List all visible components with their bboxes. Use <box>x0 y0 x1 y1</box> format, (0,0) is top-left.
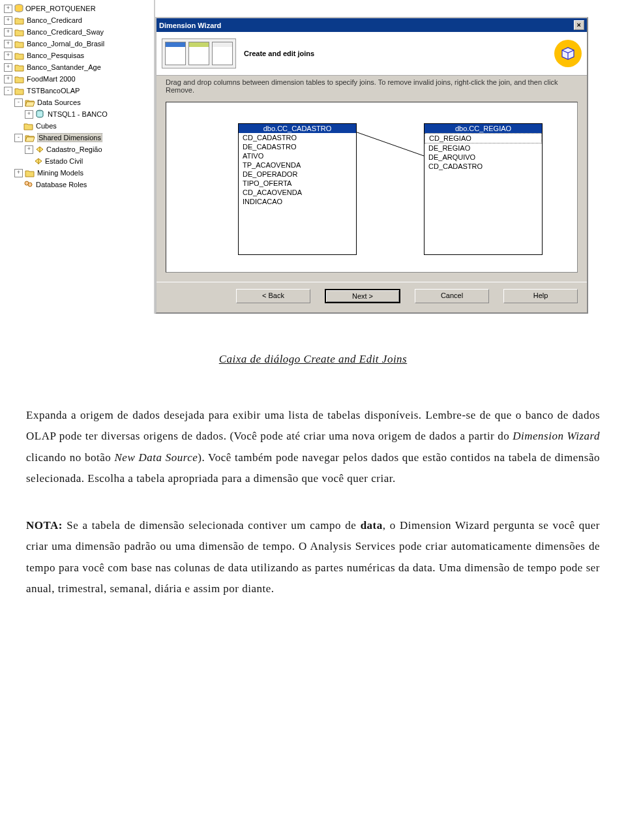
folder-icon <box>23 122 34 130</box>
tree-item[interactable]: -Data Sources <box>4 97 154 108</box>
cancel-button[interactable]: Cancel <box>415 289 489 303</box>
table-column[interactable]: CD_CADASTRO <box>239 133 356 142</box>
tree-item[interactable]: +Mining Models <box>4 167 154 179</box>
folder-icon <box>25 169 35 177</box>
tree-panel: +OPER_ROTQUENER+Banco_Credicard+Banco_Cr… <box>0 0 155 314</box>
figure-caption: Caixa de diálogo Create and Edit Joins <box>26 353 600 366</box>
folder-icon <box>14 75 25 83</box>
expander-icon[interactable]: + <box>25 110 33 119</box>
tree-item[interactable]: Estado Civil <box>4 155 154 167</box>
tree-item[interactable]: -TSTBancoOLAP <box>4 85 154 97</box>
tree-item-label: Mining Models <box>37 169 83 177</box>
tree-item-label: Shared Dimensions <box>37 133 102 142</box>
tree-item[interactable]: +Banco_Santander_Age <box>4 61 154 73</box>
table-column[interactable]: TP_ACAOVENDA <box>239 160 356 170</box>
expander-icon[interactable]: + <box>4 63 12 72</box>
dimension-wizard-dialog: Dimension Wizard × Create and edit joins… <box>155 17 588 314</box>
close-button[interactable]: × <box>574 20 584 30</box>
folder-icon <box>14 40 25 48</box>
tree-item-label: TSTBancoOLAP <box>27 87 80 95</box>
app-area: +OPER_ROTQUENER+Banco_Credicard+Banco_Cr… <box>0 0 626 314</box>
wizard-heading: Create and edit joins <box>244 50 546 57</box>
table-column[interactable]: INDICACAO <box>239 197 356 206</box>
back-button[interactable]: < Back <box>236 289 310 303</box>
folder-open-icon <box>25 134 35 142</box>
tree-item[interactable]: +Banco_Credicard <box>4 14 154 26</box>
table-column[interactable]: DE_ARQUIVO <box>425 153 542 162</box>
table-column[interactable]: CD_REGIAO <box>425 133 542 143</box>
tree-item-label: NTSQL1 - BANCO <box>48 110 108 118</box>
dialog-titlebar: Dimension Wizard × <box>156 18 587 32</box>
svg-point-5 <box>28 183 32 187</box>
table-header: dbo.CC_REGIAO <box>425 124 542 133</box>
folder-icon <box>14 28 25 37</box>
expander-icon[interactable]: + <box>4 28 12 37</box>
tree-item[interactable]: +NTSQL1 - BANCO <box>4 108 154 120</box>
tree-item-label: Data Sources <box>37 98 81 106</box>
expander-icon[interactable]: + <box>4 52 12 60</box>
dialog-title: Dimension Wizard <box>159 22 221 29</box>
tree-item-label: Banco_Santander_Age <box>27 63 101 71</box>
tree-item[interactable]: -Shared Dimensions <box>4 132 154 143</box>
table-box-cadastro[interactable]: dbo.CC_CADASTRO CD_CADASTRODE_CADASTROAT… <box>238 123 357 255</box>
tree-item-label: Database Roles <box>36 181 87 188</box>
folder-icon <box>14 63 25 72</box>
dim-icon <box>35 145 44 154</box>
paragraph-1: Expanda a origem de dados desejada para … <box>26 405 600 489</box>
table-column[interactable]: DE_CADASTRO <box>239 142 356 151</box>
help-button[interactable]: Help <box>503 289 578 303</box>
expander-icon[interactable]: - <box>4 87 12 95</box>
db-icon <box>35 110 46 119</box>
wizard-header: Create and edit joins <box>156 32 587 76</box>
document-body: Caixa de diálogo Create and Edit Joins E… <box>0 314 626 632</box>
folder-open-icon <box>25 98 35 107</box>
table-column[interactable]: DE_REGIAO <box>425 143 542 153</box>
tree-item-label: Banco_Jornal_do_Brasil <box>27 40 104 48</box>
dim-icon <box>34 157 43 166</box>
roles-icon <box>23 180 34 189</box>
tree-item-label: Banco_Pesquisas <box>27 52 84 59</box>
wizard-diagram-icon <box>162 38 236 68</box>
tree-item[interactable]: +FoodMart 2000 <box>4 73 154 85</box>
tree-item[interactable]: Database Roles <box>4 179 154 190</box>
tree-item-label: Banco_Credicard_Sway <box>27 28 104 36</box>
tree-item[interactable]: +Cadastro_Região <box>4 143 154 155</box>
wizard-description: Drag and drop columns between dimension … <box>156 76 587 97</box>
tree-item-label: OPER_ROTQUENER <box>25 5 96 12</box>
expander-icon[interactable]: + <box>25 145 33 154</box>
join-canvas[interactable]: dbo.CC_CADASTRO CD_CADASTRODE_CADASTROAT… <box>166 102 578 273</box>
svg-line-6 <box>355 132 424 156</box>
tree-item[interactable]: +OPER_ROTQUENER <box>4 3 154 14</box>
table-column[interactable]: CD_CADASTRO <box>425 162 542 171</box>
folder-icon <box>14 16 25 25</box>
expander-icon[interactable]: + <box>4 75 12 83</box>
expander-icon[interactable]: - <box>14 134 23 142</box>
tree-item-label: FoodMart 2000 <box>27 75 76 83</box>
tree-item-label: Estado Civil <box>45 157 83 165</box>
table-column[interactable]: CD_ACAOVENDA <box>239 188 356 197</box>
paragraph-2: NOTA: Se a tabela de dimensão selecionad… <box>26 515 600 599</box>
tree-item-label: Cubes <box>36 122 57 130</box>
tree-item-label: Cadastro_Região <box>46 145 102 153</box>
next-button[interactable]: Next > <box>325 289 400 303</box>
tree-item[interactable]: +Banco_Pesquisas <box>4 50 154 61</box>
expander-icon[interactable]: - <box>14 98 23 107</box>
expander-icon[interactable]: + <box>4 40 12 48</box>
table-column[interactable]: DE_OPERADOR <box>239 170 356 179</box>
expander-icon[interactable]: + <box>14 169 23 177</box>
table-header: dbo.CC_CADASTRO <box>239 124 356 133</box>
table-column[interactable]: ATIVO <box>239 151 356 160</box>
cyl-icon <box>14 4 23 13</box>
tree-item-label: Banco_Credicard <box>27 16 82 24</box>
cube-icon <box>554 40 582 67</box>
expander-icon[interactable]: + <box>4 5 12 13</box>
expander-icon[interactable]: + <box>4 16 12 25</box>
wizard-button-bar: < Back Next > Cancel Help <box>156 282 587 312</box>
table-column[interactable]: TIPO_OFERTA <box>239 179 356 188</box>
tree-item[interactable]: +Banco_Jornal_do_Brasil <box>4 38 154 50</box>
tree-item[interactable]: Cubes <box>4 120 154 132</box>
folder-icon <box>14 52 25 60</box>
table-box-regiao[interactable]: dbo.CC_REGIAO CD_REGIAODE_REGIAODE_ARQUI… <box>424 123 543 255</box>
folder-icon <box>14 87 25 95</box>
tree-item[interactable]: +Banco_Credicard_Sway <box>4 26 154 38</box>
